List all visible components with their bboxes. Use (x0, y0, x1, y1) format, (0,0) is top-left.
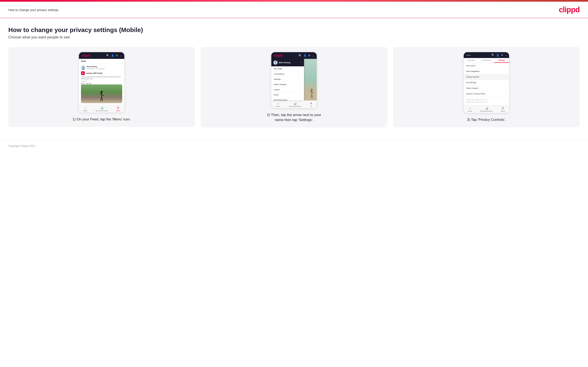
phone3-tabs: My Profile Connections Settings (464, 58, 509, 63)
footer: Copyright Clippd 2022 (0, 140, 588, 152)
tab-my-profile-label: My Profile (468, 59, 475, 61)
menu-item-connections: Connections (271, 72, 304, 77)
feed-user-info: Blair McHarg Yesterday · Sunningdale (87, 66, 105, 70)
phone2-tab-close: ✕ ✕ (310, 102, 312, 107)
chevron-right-icon-3: › (506, 76, 507, 78)
close-icon: ✕ (310, 102, 312, 105)
feed-card: Blair McHarg Yesterday · Sunningdale ▶ L… (79, 64, 124, 105)
setting-my-golf-bag: My Golf Bag › (464, 80, 509, 85)
phone2-chevron-down-icon: ⌄ (312, 54, 314, 57)
setting-privacy-controls: Privacy Controls › (464, 74, 509, 80)
phone1-nav-icons: 🔍 👤 ⚙ ⌄ (106, 54, 122, 57)
phone3-settings-icon: ⚙ (501, 54, 503, 57)
setting-my-account: My Account › (464, 63, 509, 69)
phone2-overlay: 👤 Blair McHarg ⌃ My Profile Connections (271, 59, 317, 100)
phone2-logo: clippd (274, 54, 282, 57)
header-title: How to change your privacy settings (8, 8, 59, 12)
step1-caption: 1) On your Feed, tap the 'Menu' icon. (72, 117, 131, 122)
chevron-down-icon: ⌄ (300, 94, 302, 96)
setting-my-golf-bag-label: My Golf Bag (466, 82, 476, 83)
header: How to change your privacy settings clip… (0, 2, 588, 18)
phone1-user-icon: 👤 (111, 54, 114, 57)
phone1-settings-icon: ⚙ (116, 54, 118, 57)
setting-data-integrations: Data Integrations › (464, 69, 509, 74)
menu-user-info-row: 👤 Blair McHarg (273, 60, 290, 65)
phone-mockup-1: clippd 🔍 👤 ⚙ ⌄ Feed (79, 52, 124, 113)
chevron-right-icon-2: › (506, 70, 507, 72)
feed-user-row: Blair McHarg Yesterday · Sunningdale (81, 66, 122, 70)
tab-connections-label: Connections (482, 59, 491, 61)
version-line2: GQL Server Version: 2022.7.30-1 (466, 101, 507, 103)
external-link-icon-2: ↗ (505, 87, 507, 89)
menu-help-label: Help & Support (274, 83, 286, 85)
feed-lesson-row: ▶ Lesson with Fordy (81, 71, 122, 75)
feed-label: Feed (81, 60, 86, 62)
phone1-performance-label: My Performance (95, 110, 108, 112)
feed-lesson-icon: ▶ (81, 71, 85, 75)
setting-my-account-label: My Account (466, 65, 475, 67)
setting-data-integrations-label: Data Integrations (466, 70, 480, 72)
phone3-nav-icons: 🔍 👤 ⚙ ⌄ (491, 54, 507, 57)
tab-settings-label: Settings (498, 59, 505, 61)
phone1-tab-performance: 📊 My Performance (95, 106, 108, 112)
phone3-user-icon: 👤 (496, 54, 499, 57)
phone1-navbar: clippd 🔍 👤 ⚙ ⌄ (79, 52, 124, 59)
svg-point-2 (101, 91, 103, 93)
feed-image (81, 84, 122, 103)
phone3-chevron-down-icon: ⌄ (505, 54, 507, 57)
phone3-search-icon: 🔍 (491, 54, 494, 57)
feed-duration-label: Duration (81, 81, 122, 82)
menu-logout-label: Logout (274, 89, 280, 91)
page-subheading: Choose what you want people to see (8, 35, 580, 40)
svg-point-8 (311, 89, 312, 91)
chart-icon-3: 📊 (485, 107, 488, 110)
version-line1: Clippd Client Version: 2022.8.3-3 (466, 99, 507, 101)
menu-user-name: Blair McHarg (279, 62, 290, 64)
phone1-menu-label: Menu (116, 110, 120, 112)
menu-nav-home-label: Home (274, 94, 279, 96)
external-link-icon: ↗ (300, 83, 302, 85)
feed-header: Feed (79, 59, 124, 64)
phone2-menu-panel: 👤 Blair McHarg ⌃ My Profile Connections (271, 59, 304, 100)
phone3-tab-menu: ☰ Menu (501, 107, 505, 112)
feed-avatar (81, 66, 86, 70)
phone2-user-icon: 👤 (303, 54, 306, 57)
menu-settings-label: Settings (274, 78, 281, 80)
copyright-text: Copyright Clippd 2022 (8, 144, 35, 147)
top-accent-bar (0, 0, 588, 2)
step-1-card: clippd 🔍 👤 ⚙ ⌄ Feed (8, 47, 195, 127)
phone1-search-icon: 🔍 (106, 54, 109, 57)
feed-lesson-title: Lesson with Fordy (86, 72, 103, 74)
phone3-tab-bar: ⌂ Home 📊 My Performance ☰ Menu (464, 105, 509, 113)
menu-my-profile-label: My Profile (274, 68, 282, 70)
feed-duration-value: 01 hr : 30 min (81, 83, 122, 84)
phone1-tab-bar: ⌂ Home 📊 My Performance ☰ Menu (79, 105, 124, 112)
clippd-logo: clippd (559, 5, 580, 14)
phone2-close-label: ✕ (311, 105, 312, 107)
menu-icon: ☰ (117, 106, 119, 109)
setting-help-support-label: Help & Support (466, 87, 478, 89)
chart-icon: 📊 (100, 106, 104, 109)
svg-line-6 (101, 97, 102, 101)
step2-caption: 2) Then, tap the arrow next to your name… (265, 112, 323, 123)
phone1-tab-menu: ☰ Menu (116, 106, 120, 112)
menu-icon-3: ☰ (502, 107, 504, 110)
svg-point-0 (82, 66, 84, 68)
phone1-home-label: Home (83, 110, 87, 112)
menu-nav-performance: My Performance ⌄ (271, 98, 304, 103)
menu-arrow-icon: ⌃ (300, 62, 302, 64)
menu-item-logout: Logout (271, 87, 304, 92)
chevron-down-icon-2: ⌄ (300, 99, 302, 101)
tab-connections: Connections (479, 58, 494, 63)
phone3-menu-label: Menu (501, 110, 505, 112)
phone-mockup-3: ‹ Back 🔍 👤 ⚙ ⌄ My Profile (464, 52, 509, 113)
phone3-performance-label: My Performance (480, 110, 493, 112)
phone2-settings-icon: ⚙ (308, 54, 311, 57)
phone2-performance-label: My Performance (289, 105, 301, 107)
chevron-right-icon-1: › (506, 65, 507, 67)
phone3-back-button: ‹ Back (466, 54, 471, 56)
home-icon: ⌂ (84, 106, 86, 109)
steps-row: clippd 🔍 👤 ⚙ ⌄ Feed (8, 47, 580, 127)
tab-settings: Settings (494, 58, 509, 63)
back-chevron-icon: ‹ (466, 54, 467, 56)
